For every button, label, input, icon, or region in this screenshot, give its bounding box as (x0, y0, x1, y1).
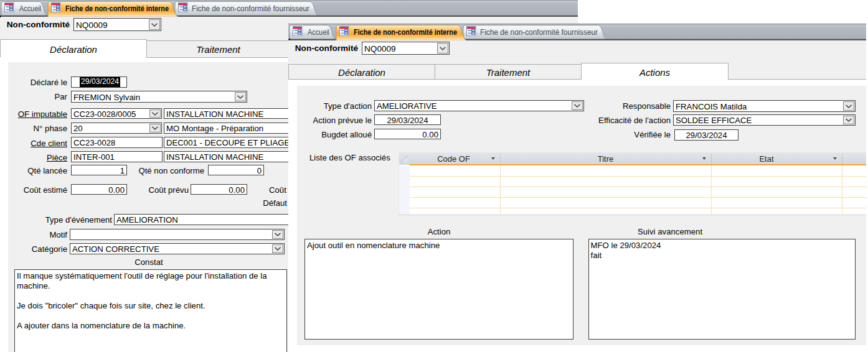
svg-text:Fiche de non-conformité fourni: Fiche de non-conformité fournisseur (480, 27, 598, 37)
svg-text:Fiche de non-conformité fourni: Fiche de non-conformité fournisseur (192, 4, 310, 13)
svg-text:Fiche de non-conformité intern: Fiche de non-conformité interne (354, 27, 457, 37)
svg-text:Fiche de non-conformité intern: Fiche de non-conformité interne (65, 4, 169, 13)
svg-text:Accueil: Accueil (19, 4, 41, 13)
svg-text:Accueil: Accueil (308, 27, 329, 37)
